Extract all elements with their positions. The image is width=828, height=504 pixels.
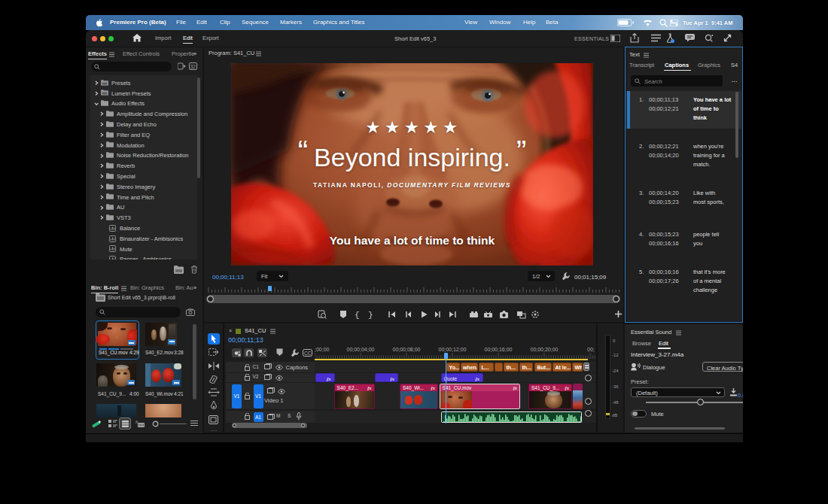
svg-text:}: } <box>368 311 373 319</box>
svg-text:{: { <box>355 311 360 319</box>
svg-text:32: 32 <box>190 63 196 68</box>
